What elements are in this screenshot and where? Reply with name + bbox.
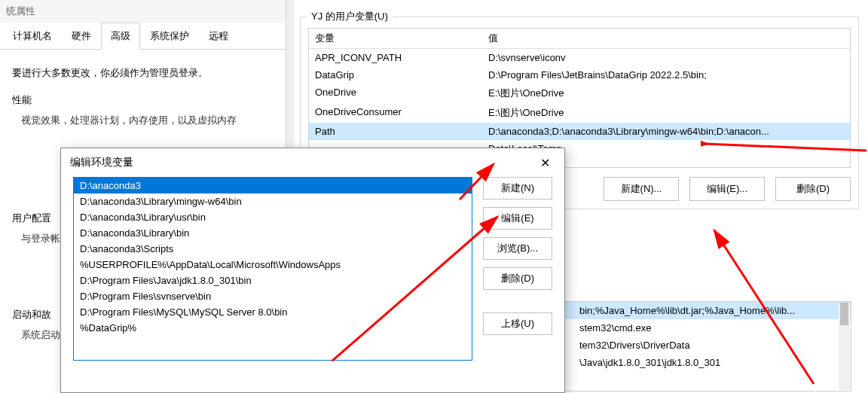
cell-value: E:\图片\OneDrive	[482, 103, 850, 123]
performance-section-title: 性能	[12, 93, 274, 107]
cell-variable: APR_ICONV_PATH	[309, 49, 482, 66]
edit-variable-button[interactable]: 编辑(E)...	[689, 177, 765, 201]
table-row[interactable]: OneDriveConsumerE:\图片\OneDrive	[309, 103, 850, 123]
admin-required-message: 要进行大多数更改，你必须作为管理员登录。	[12, 66, 274, 80]
table-row[interactable]: DataGripD:\Program Files\JetBrains\DataG…	[309, 66, 850, 84]
cell-variable: OneDriveConsumer	[309, 103, 482, 123]
dialog-move-up-button[interactable]: 上移(U)	[483, 312, 552, 335]
table-row[interactable]: OneDriveE:\图片\OneDrive	[309, 84, 850, 103]
tab-remote[interactable]: 远程	[199, 23, 238, 49]
delete-variable-button[interactable]: 删除(D)	[775, 177, 851, 201]
performance-section-desc: 视觉效果，处理器计划，内存使用，以及虚拟内存	[12, 111, 274, 129]
tab-advanced[interactable]: 高级	[101, 23, 140, 50]
table-header-value[interactable]: 值	[482, 29, 850, 48]
dialog-new-button[interactable]: 新建(N)	[483, 177, 552, 200]
path-list[interactable]: D:\anaconda3D:\anaconda3\Library\mingw-w…	[73, 177, 472, 361]
list-item[interactable]: D:\anaconda3\Scripts	[74, 241, 472, 257]
cell-value: D:\anaconda3;D:\anaconda3\Library\mingw-…	[482, 123, 850, 140]
scrollbar-thumb[interactable]	[840, 303, 848, 325]
dialog-title: 编辑环境变量	[70, 156, 133, 169]
dialog-delete-button[interactable]: 删除(D)	[483, 267, 552, 290]
dialog-edit-button[interactable]: 编辑(E)	[483, 207, 552, 230]
tab-computer-name[interactable]: 计算机名	[3, 23, 62, 49]
cell-value: D:\svnserve\iconv	[482, 49, 850, 66]
close-icon[interactable]: ✕	[534, 154, 555, 171]
tab-system-protection[interactable]: 系统保护	[140, 23, 199, 49]
edit-environment-variable-dialog: 编辑环境变量 ✕ D:\anaconda3D:\anaconda3\Librar…	[60, 148, 565, 393]
dialog-browse-button[interactable]: 浏览(B)...	[483, 237, 552, 260]
list-item[interactable]: %USERPROFILE%\AppData\Local\Microsoft\Wi…	[74, 257, 472, 273]
table-row[interactable]: APR_ICONV_PATHD:\svnserve\iconv	[309, 49, 850, 66]
user-variables-label: YJ 的用户变量(U)	[307, 10, 393, 23]
list-item[interactable]: D:\anaconda3\Library\mingw-w64\bin	[74, 193, 472, 209]
new-variable-button[interactable]: 新建(N)...	[604, 177, 679, 201]
list-item[interactable]: D:\anaconda3\Library\bin	[74, 225, 472, 241]
cell-variable: DataGrip	[309, 66, 482, 84]
cell-variable: OneDrive	[309, 84, 482, 103]
table-header-variable[interactable]: 变量	[309, 29, 482, 48]
sysprops-tabs: 计算机名 硬件 高级 系统保护 远程	[0, 23, 286, 50]
list-item[interactable]: D:\anaconda3	[74, 178, 472, 193]
window-title: 统属性	[0, 0, 286, 23]
list-item[interactable]: %DataGrip%	[74, 320, 472, 336]
cell-value: E:\图片\OneDrive	[482, 84, 850, 103]
list-item[interactable]: D:\Program Files\Java\jdk1.8.0_301\bin	[74, 273, 472, 288]
table-row[interactable]: PathD:\anaconda3;D:\anaconda3\Library\mi…	[309, 123, 850, 140]
scrollbar-vertical[interactable]	[839, 303, 850, 390]
tab-hardware[interactable]: 硬件	[62, 23, 101, 49]
cell-value: D:\Program Files\JetBrains\DataGrip 2022…	[482, 66, 850, 84]
list-item[interactable]: D:\anaconda3\Library\usr\bin	[74, 209, 472, 225]
list-item[interactable]: D:\Program Files\MySQL\MySQL Server 8.0\…	[74, 304, 472, 320]
cell-variable: Path	[309, 123, 482, 140]
list-item[interactable]: D:\Program Files\svnserve\bin	[74, 288, 472, 304]
